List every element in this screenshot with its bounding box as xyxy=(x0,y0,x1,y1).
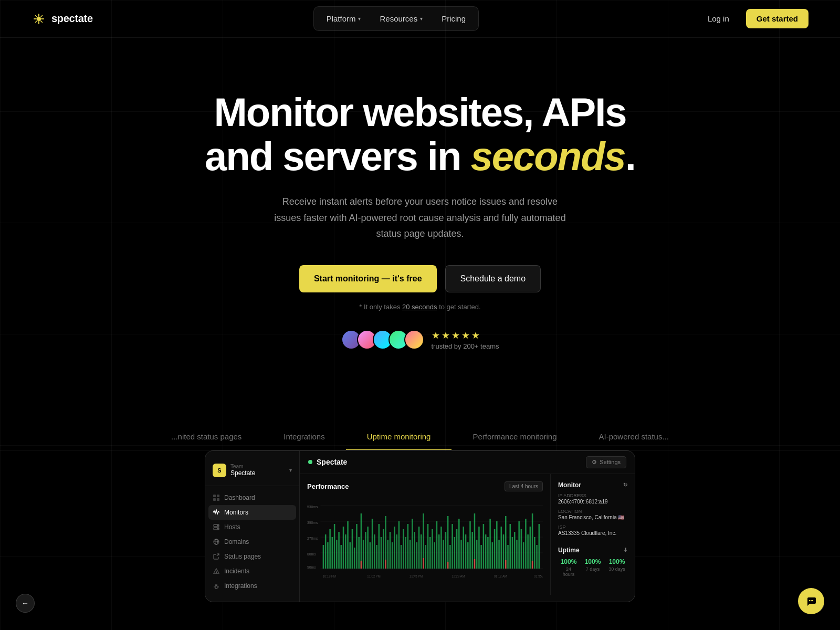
svg-rect-134 xyxy=(532,561,533,569)
svg-rect-124 xyxy=(532,513,533,569)
time-selector[interactable]: Last 4 hours xyxy=(505,481,543,491)
ip-info-row: IP address 2606:4700::6812:a19 xyxy=(558,493,627,505)
svg-point-7 xyxy=(217,525,218,526)
chat-button[interactable] xyxy=(798,588,824,614)
login-button[interactable]: Log in xyxy=(699,10,738,27)
svg-rect-133 xyxy=(505,560,507,569)
svg-rect-127 xyxy=(539,524,540,569)
svg-rect-64 xyxy=(398,521,400,569)
team-selector[interactable]: S Team Spectate ▾ xyxy=(205,459,299,486)
sidebar-item-hosts[interactable]: Hosts xyxy=(205,520,299,534)
svg-rect-84 xyxy=(443,540,444,569)
uptime-grid: 100% 24hours 100% 7 days 100% 30 days xyxy=(558,558,627,577)
refresh-icon[interactable]: ↻ xyxy=(623,482,627,488)
svg-rect-54 xyxy=(376,545,377,569)
tab-integrations[interactable]: Integrations xyxy=(262,424,345,450)
svg-rect-105 xyxy=(489,519,491,569)
dashboard-main: Spectate ⚙ Settings Performance Last 4 h… xyxy=(300,451,635,602)
svg-rect-129 xyxy=(385,560,386,569)
svg-rect-87 xyxy=(449,545,451,569)
team-label: Team xyxy=(230,464,285,469)
sidebar-item-monitors[interactable]: Monitors xyxy=(208,505,296,520)
sidebar-item-incidents[interactable]: Incidents xyxy=(205,564,299,579)
globe-icon xyxy=(213,538,220,545)
svg-rect-108 xyxy=(496,521,498,569)
hero-section: Monitor websites, APIs and servers in se… xyxy=(0,38,840,382)
tab-performance-monitoring[interactable]: Performance monitoring xyxy=(452,424,578,450)
svg-rect-96 xyxy=(469,521,471,569)
chart-area: Performance Last 4 hours 530ms 390ms 270… xyxy=(300,474,551,595)
svg-rect-48 xyxy=(363,540,364,569)
get-started-button[interactable]: Get started xyxy=(746,9,808,28)
svg-text:390ms: 390ms xyxy=(307,520,318,525)
svg-rect-55 xyxy=(379,524,380,569)
svg-rect-40 xyxy=(345,534,346,569)
feature-tabs: ...nited status pages Integrations Uptim… xyxy=(0,424,840,450)
sidebar-item-dashboard[interactable]: Dashboard xyxy=(205,490,299,505)
sidebar-item-integrations[interactable]: Integrations xyxy=(205,579,299,593)
svg-rect-104 xyxy=(487,537,489,569)
svg-rect-73 xyxy=(418,527,420,569)
sidebar-item-status-pages[interactable]: Status pages xyxy=(205,549,299,564)
svg-text:270ms: 270ms xyxy=(307,536,318,541)
uptime-section: Uptime ⬇ 100% 24hours 100% 7 days xyxy=(558,547,627,577)
start-monitoring-button[interactable]: Start monitoring — it's free xyxy=(299,265,437,292)
server-icon xyxy=(213,523,220,531)
nav-platform[interactable]: Platform ▾ xyxy=(318,10,370,27)
svg-rect-85 xyxy=(445,532,447,569)
svg-rect-110 xyxy=(501,527,502,569)
svg-rect-15 xyxy=(215,586,217,589)
svg-rect-99 xyxy=(476,540,478,569)
monitor-details-panel: Monitor ↻ IP address 2606:4700::6812:a19… xyxy=(551,474,635,595)
svg-text:11:02 PM: 11:02 PM xyxy=(367,574,380,578)
sidebar-item-domains[interactable]: Domains xyxy=(205,534,299,549)
svg-rect-82 xyxy=(438,534,440,569)
svg-rect-117 xyxy=(516,540,518,569)
svg-rect-122 xyxy=(527,534,529,569)
dashboard-section: ← S Team Spectate ▾ xyxy=(0,450,840,623)
tab-status-pages[interactable]: ...nited status pages xyxy=(150,424,262,450)
svg-rect-43 xyxy=(352,529,353,569)
svg-rect-30 xyxy=(323,545,324,569)
hero-title-period: . xyxy=(625,134,635,178)
svg-rect-89 xyxy=(454,537,456,569)
svg-rect-52 xyxy=(372,519,373,569)
svg-rect-57 xyxy=(383,529,384,569)
hero-subtitle: Receive instant alerts before your users… xyxy=(273,194,567,242)
uptime-24h: 100% 24hours xyxy=(558,558,579,577)
svg-text:90ms: 90ms xyxy=(307,564,316,570)
schedule-demo-button[interactable]: Schedule a demo xyxy=(445,265,541,292)
tab-ai-powered-status[interactable]: AI-powered status... xyxy=(578,424,690,450)
svg-rect-34 xyxy=(332,537,333,569)
svg-rect-51 xyxy=(370,542,371,569)
svg-rect-63 xyxy=(396,534,397,569)
gear-icon: ⚙ xyxy=(592,459,597,466)
tab-uptime-monitoring[interactable]: Uptime monitoring xyxy=(346,424,452,450)
settings-button[interactable]: ⚙ Settings xyxy=(586,456,626,468)
svg-rect-86 xyxy=(447,516,449,569)
svg-rect-70 xyxy=(412,519,413,569)
svg-rect-83 xyxy=(440,527,442,569)
20-seconds-link[interactable]: 20 seconds xyxy=(402,303,437,311)
svg-rect-68 xyxy=(407,524,409,569)
svg-rect-72 xyxy=(416,542,418,569)
team-name: Spectate xyxy=(230,469,285,477)
prev-arrow-button[interactable]: ← xyxy=(16,594,35,613)
nav-pricing[interactable]: Pricing xyxy=(433,10,474,27)
svg-text:80ms: 80ms xyxy=(307,551,316,556)
dashboard-header: Spectate ⚙ Settings xyxy=(300,451,635,474)
svg-rect-46 xyxy=(358,537,360,569)
navigation: spectate Platform ▾ Resources ▾ Pricing … xyxy=(0,0,840,38)
svg-rect-1 xyxy=(213,495,216,497)
svg-point-0 xyxy=(37,17,41,21)
svg-rect-88 xyxy=(452,524,453,569)
dashboard-sidebar: S Team Spectate ▾ Dashboard xyxy=(205,451,300,602)
logo-text: spectate xyxy=(51,13,93,25)
svg-text:01:12 AM: 01:12 AM xyxy=(494,574,507,578)
star-icon: ★ xyxy=(461,330,470,341)
svg-text:12:28 AM: 12:28 AM xyxy=(452,574,465,578)
team-info: Team Spectate xyxy=(230,464,285,477)
nav-resources[interactable]: Resources ▾ xyxy=(371,10,431,27)
download-icon[interactable]: ⬇ xyxy=(623,547,627,553)
social-proof: ★ ★ ★ ★ ★ trusted by 200+ teams xyxy=(10,330,830,350)
